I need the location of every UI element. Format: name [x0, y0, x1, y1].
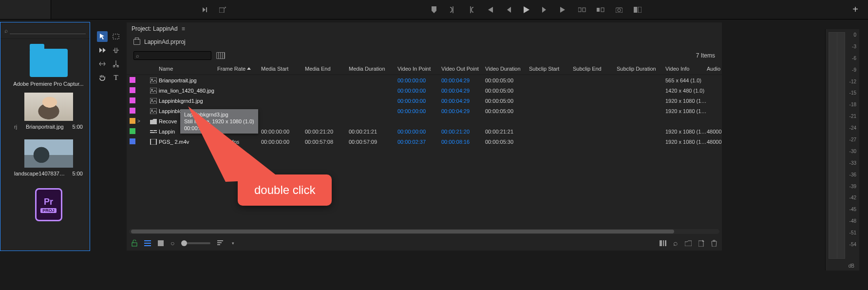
col-audio-info[interactable]: Audio I: [707, 66, 722, 72]
media-item-image[interactable]: landscape1407837304... 5:00: [0, 135, 90, 181]
video-duration: 00:00:05:00: [485, 77, 529, 83]
svg-rect-24: [150, 139, 157, 145]
marquee-tool[interactable]: [111, 31, 121, 42]
type-tool[interactable]: T: [111, 72, 121, 83]
panel-menu-icon[interactable]: ≡: [182, 25, 185, 32]
col-media-duration[interactable]: Media Duration: [349, 66, 397, 72]
media-browser-search-input[interactable]: [10, 27, 86, 34]
app-topbar: +: [0, 0, 868, 19]
thumbnail-size-slider[interactable]: [181, 242, 210, 244]
lock-icon[interactable]: [132, 240, 137, 247]
label-chip[interactable]: [130, 118, 135, 124]
video-out[interactable]: 00:00:21:20: [441, 129, 485, 135]
comparison-view-icon[interactable]: [634, 6, 642, 14]
video-in[interactable]: 00:00:02:37: [397, 139, 441, 145]
new-search-bin-icon[interactable]: [216, 52, 225, 59]
clip-name[interactable]: Brianportrait.jpg: [159, 77, 217, 83]
col-media-end[interactable]: Media End: [305, 66, 349, 72]
col-subclip-dur[interactable]: Subclip Duration: [617, 66, 665, 72]
track-select-forward-tool[interactable]: [97, 45, 108, 56]
col-frame-rate[interactable]: Frame Rate: [217, 66, 261, 72]
project-row[interactable]: Brianportrait.jpg00:00:00:0000:00:04:290…: [127, 75, 722, 85]
clear-icon[interactable]: [711, 240, 717, 247]
step-fwd-icon[interactable]: [541, 6, 549, 14]
queue-export-icon[interactable]: [202, 6, 210, 14]
project-horizontal-scrollbar[interactable]: [129, 229, 719, 234]
step-back-icon[interactable]: [504, 6, 512, 14]
ripple-edit-tool[interactable]: [111, 45, 121, 56]
go-to-out-icon[interactable]: [560, 6, 567, 14]
label-chip[interactable]: [130, 77, 135, 83]
freeform-view-icon[interactable]: ○: [170, 239, 174, 247]
label-chip[interactable]: [130, 138, 135, 144]
clip-type-icon: [148, 129, 159, 135]
overwrite-icon[interactable]: [597, 6, 604, 14]
label-chip[interactable]: [130, 128, 135, 134]
video-in[interactable]: 00:00:00:00: [397, 98, 441, 104]
hand-tool[interactable]: [97, 72, 108, 83]
add-panel-button[interactable]: +: [852, 4, 858, 15]
video-in[interactable]: 00:00:00:00: [397, 88, 441, 94]
sort-icon[interactable]: [217, 240, 225, 246]
video-out[interactable]: 00:00:04:29: [441, 88, 485, 94]
col-video-in[interactable]: Video In Point: [397, 66, 441, 72]
col-subclip-end[interactable]: Subclip End: [573, 66, 617, 72]
label-chip[interactable]: [130, 108, 135, 114]
list-view-icon[interactable]: [144, 240, 151, 246]
meter-tick: -30: [849, 149, 856, 154]
col-subclip-start[interactable]: Subclip Start: [529, 66, 573, 72]
rate-stretch-tool[interactable]: [97, 58, 108, 69]
project-row[interactable]: Lappinbkgrnd1.jpg00:00:00:0000:00:04:290…: [127, 96, 722, 106]
project-search-input[interactable]: [133, 51, 211, 60]
export-frame-icon[interactable]: [219, 6, 226, 14]
video-out[interactable]: 00:00:08:16: [441, 139, 485, 145]
video-out[interactable]: 00:00:04:29: [441, 108, 485, 114]
clip-type-icon: [148, 77, 159, 83]
expand-caret[interactable]: >: [137, 118, 148, 124]
video-out[interactable]: 00:00:04:29: [441, 77, 485, 83]
sort-dropdown-icon[interactable]: ▾: [232, 241, 234, 246]
video-out[interactable]: 00:00:04:29: [441, 98, 485, 104]
col-video-duration[interactable]: Video Duration: [485, 66, 529, 72]
scrollbar-thumb[interactable]: [131, 230, 674, 233]
active-workspace-tab[interactable]: [0, 0, 51, 19]
svg-marker-36: [188, 106, 282, 182]
col-video-out[interactable]: Video Out Point: [441, 66, 485, 72]
video-in[interactable]: 00:00:00:00: [397, 129, 441, 135]
svg-rect-20: [150, 130, 153, 131]
project-breadcrumb[interactable]: LappinAd.prproj: [127, 35, 722, 49]
mark-out-icon[interactable]: [467, 6, 475, 14]
media-item-image[interactable]: rj Brianportrait.jpg 5:00: [0, 88, 90, 135]
svg-point-13: [151, 78, 153, 80]
video-in[interactable]: 00:00:00:00: [397, 108, 441, 114]
media-item-folder[interactable]: Adobe Premiere Pro Captur...: [0, 39, 90, 88]
svg-rect-28: [144, 240, 151, 241]
label-chip[interactable]: [130, 97, 135, 103]
new-item-icon[interactable]: [698, 240, 704, 247]
add-marker-icon[interactable]: [430, 6, 438, 14]
find-icon[interactable]: ⌕: [673, 239, 678, 248]
mark-in-icon[interactable]: [449, 6, 456, 14]
project-list-header[interactable]: Name Frame Rate Media Start Media End Me…: [127, 62, 722, 75]
audio-meter-scale: 0-3-6-9-12-15-18-21-24-27-30-33-36-39-42…: [845, 29, 859, 271]
project-row[interactable]: ima_lion_1420_480.jpg00:00:00:0000:00:04…: [127, 85, 722, 96]
insert-icon[interactable]: [578, 6, 586, 14]
export-still-icon[interactable]: [615, 6, 623, 14]
col-media-start[interactable]: Media Start: [261, 66, 305, 72]
play-icon[interactable]: [523, 6, 530, 14]
label-chip[interactable]: [130, 87, 135, 93]
media-item-project[interactable]: Pr PROJ: [0, 181, 90, 226]
video-in[interactable]: 00:00:00:00: [397, 77, 441, 83]
project-panel-tab[interactable]: Project: LappinAd ≡: [127, 22, 722, 35]
automate-to-sequence-icon[interactable]: [660, 240, 666, 246]
meter-tick: -21: [849, 114, 856, 119]
col-name[interactable]: Name: [159, 66, 217, 72]
new-bin-icon[interactable]: [685, 240, 692, 246]
selection-tool[interactable]: [97, 31, 108, 42]
clip-name[interactable]: Lappinbkgrnd1.jpg: [159, 98, 217, 104]
icon-view-icon[interactable]: [158, 240, 164, 246]
go-to-in-icon[interactable]: [486, 6, 493, 14]
razor-tool[interactable]: [111, 58, 121, 69]
col-video-info[interactable]: Video Info: [665, 66, 707, 72]
clip-name[interactable]: ima_lion_1420_480.jpg: [159, 88, 217, 94]
